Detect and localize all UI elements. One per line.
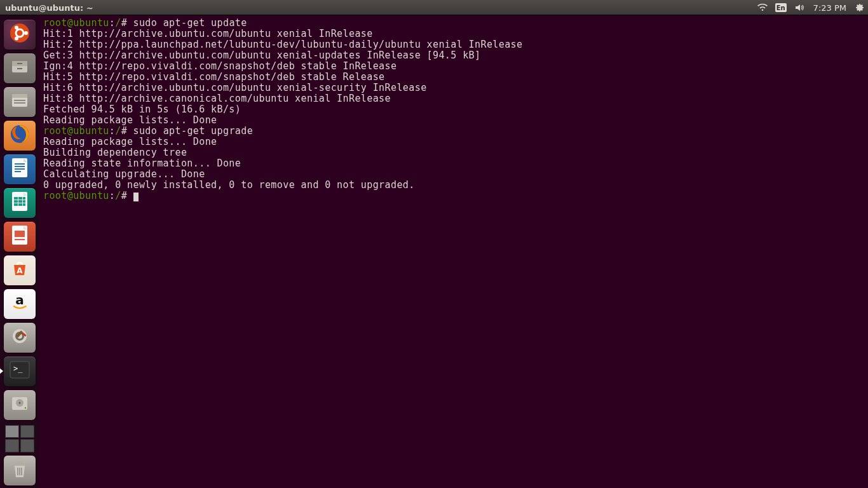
svg-point-2 [24,31,28,35]
drawer-icon [9,56,31,80]
launcher-item-trash[interactable] [4,456,36,485]
launcher-item-disk[interactable] [4,390,36,420]
clock[interactable]: 7:23 PM [808,0,851,15]
svg-rect-24 [18,200,22,203]
svg-rect-16 [15,166,25,167]
svg-rect-7 [17,63,22,64]
svg-rect-44 [17,461,22,463]
wifi-icon [757,3,768,12]
svg-text:a: a [15,293,24,308]
settings-icon [10,326,30,349]
svg-rect-25 [23,200,25,203]
top-panel: ubuntu@ubuntu: ~ En 7:23 PM [0,0,868,15]
svg-rect-17 [15,168,25,170]
trash-icon [11,459,29,482]
svg-point-42 [25,407,26,409]
writer-icon [10,157,29,181]
language-indicator[interactable]: En [771,0,790,15]
svg-point-4 [15,37,18,41]
svg-rect-22 [23,197,25,200]
launcher-item-dash[interactable] [4,20,36,50]
svg-rect-28 [23,203,25,206]
launcher-item-libreoffice-calc[interactable] [4,188,36,218]
svg-point-3 [15,26,18,30]
file-manager-icon [9,90,31,114]
network-indicator[interactable] [754,0,771,15]
svg-rect-30 [15,231,25,237]
terminal-window[interactable]: root@ubuntu:/# sudo apt-get update Hit:1… [39,15,868,488]
svg-rect-10 [12,94,27,98]
launcher-item-nautilus-files[interactable] [4,87,36,117]
svg-rect-23 [14,200,18,203]
launcher-item-ubuntu-software[interactable]: A [4,255,36,285]
launcher-item-libreoffice-writer[interactable] [4,154,36,184]
launcher-item-firefox[interactable] [4,121,36,151]
svg-rect-21 [18,197,22,200]
amazon-icon: a [10,293,29,315]
session-indicator[interactable] [851,0,868,15]
window-title: ubuntu@ubuntu: ~ [0,3,93,13]
launcher-item-system-settings[interactable] [4,323,36,353]
sound-indicator[interactable] [790,0,808,15]
terminal-icon: >_ [9,360,31,382]
shopping-bag-icon: A [10,259,29,281]
svg-rect-31 [15,239,25,240]
svg-text:>_: >_ [13,364,23,373]
svg-rect-26 [14,203,18,206]
svg-text:A: A [17,266,23,275]
launcher-item-terminal[interactable]: >_ [4,356,36,386]
calc-icon [10,191,29,215]
svg-rect-43 [13,463,26,466]
workspace-switcher[interactable] [4,424,36,454]
gear-icon [855,3,864,12]
ubuntu-logo-icon [9,22,31,46]
volume-icon [794,3,804,12]
svg-point-41 [19,402,21,404]
svg-rect-20 [14,197,18,200]
launcher-item-libreoffice-impress[interactable] [4,222,36,252]
language-label: En [775,3,787,12]
firefox-icon [8,123,31,148]
svg-rect-8 [17,68,22,69]
launcher: A a >_ [0,15,39,488]
terminal-output: root@ubuntu:/# sudo apt-get update Hit:1… [43,18,864,201]
svg-rect-12 [14,102,25,104]
hard-disk-icon [10,393,30,416]
svg-rect-18 [15,171,21,172]
svg-rect-27 [18,203,22,206]
svg-rect-15 [15,163,25,165]
launcher-item-nautilus-home[interactable] [4,53,36,83]
impress-icon [10,224,29,248]
svg-rect-11 [14,100,25,101]
launcher-item-amazon[interactable]: a [4,289,36,319]
